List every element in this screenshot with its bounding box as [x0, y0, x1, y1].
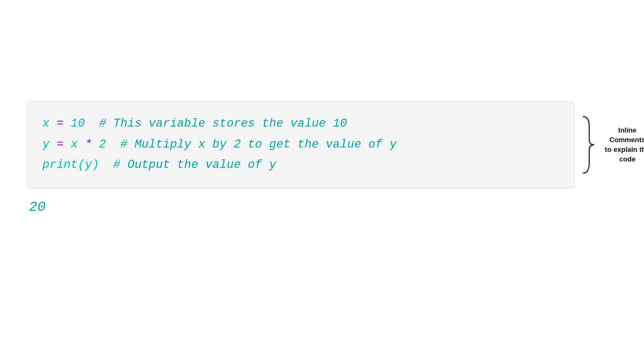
code-x-ref: x	[64, 138, 85, 151]
code-x-var: x	[42, 117, 56, 130]
code-mul: *	[85, 138, 92, 151]
code-comment3: # Output the value of y	[113, 158, 276, 172]
brace-label-container: Inline Comments to explain the code	[579, 113, 644, 177]
code-line-3: print(y) # Output the value of y	[42, 155, 559, 176]
output-value: 20	[27, 199, 46, 215]
code-line-2: y = x * 2 # Multiply x by 2 to get the v…	[42, 135, 559, 156]
code-val2: 2	[92, 138, 120, 151]
inline-label-line1: Inline	[618, 126, 636, 134]
inline-label-line2: Comments	[609, 136, 644, 144]
curly-brace-icon	[579, 113, 600, 177]
code-line-1: x = 10 # This variable stores the value …	[42, 114, 559, 135]
code-print: print(y)	[42, 158, 113, 172]
code-box: x = 10 # This variable stores the value …	[27, 101, 574, 188]
inline-label-line3: to explain the	[605, 145, 644, 153]
code-row: x = 10 # This variable stores the value …	[27, 101, 617, 188]
code-eq2: =	[56, 138, 63, 151]
code-y-var: y	[42, 138, 56, 151]
main-container: x = 10 # This variable stores the value …	[27, 101, 617, 215]
code-eq1: =	[56, 117, 63, 130]
inline-label-line4: code	[619, 155, 635, 163]
code-val10: 10	[64, 117, 99, 130]
inline-comments-label: Inline Comments to explain the code	[603, 126, 644, 165]
code-comment1: # This variable stores the value 10	[99, 117, 347, 130]
code-comment2: # Multiply x by 2 to get the value of y	[120, 138, 397, 151]
